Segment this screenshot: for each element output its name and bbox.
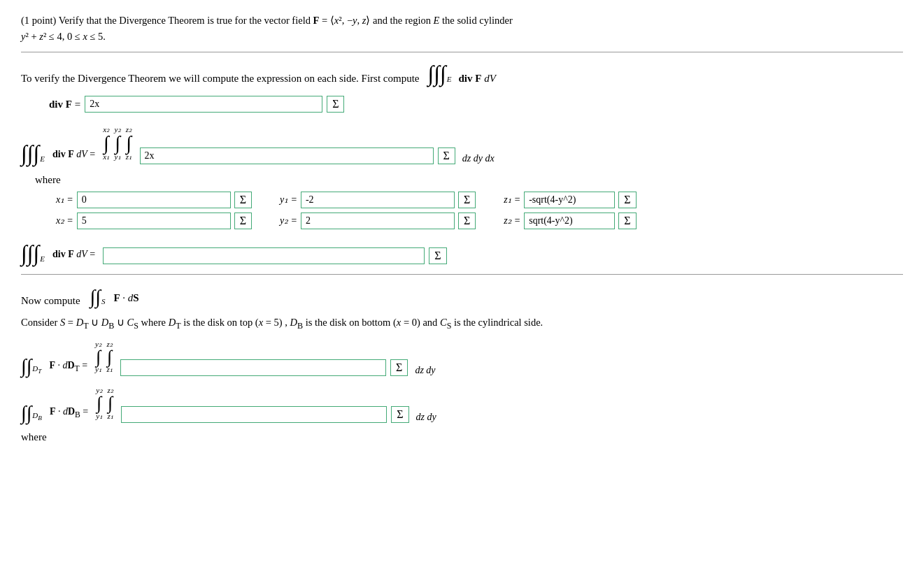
divider-1 — [21, 52, 903, 52]
y2-input[interactable]: 2 — [301, 213, 455, 229]
surface-integral-label: F · dS — [113, 292, 138, 304]
int-x: x₂ ∫ x₁ — [103, 125, 109, 161]
DT-dz-dy-label: dz dy — [415, 365, 435, 376]
DT-int-y: y₂ ∫ y₁ — [95, 340, 101, 374]
now-compute-label: Now compute — [21, 295, 80, 307]
final-triple-sigma-button[interactable]: Σ — [429, 247, 446, 264]
DB-int-y: y₂ ∫ y₁ — [96, 386, 102, 420]
consider-text: Consider S = DT ∪ DB ∪ CS where DT is th… — [21, 314, 903, 333]
problem-statement: (1 point) Verify that the Divergence The… — [21, 13, 903, 45]
y2-sigma-button[interactable]: Σ — [458, 213, 476, 229]
triple-integral-symbol: ∫∫∫ E — [427, 62, 451, 85]
div-F-dV-label: div F dV — [459, 73, 496, 85]
x1-label: x₁ = — [56, 194, 73, 206]
divF-sigma-button[interactable]: Σ — [327, 96, 344, 113]
divF-label: div F = — [49, 99, 80, 110]
intro-text: To verify the Divergence Theorem we will… — [21, 73, 419, 85]
where-label: where — [35, 174, 903, 186]
integrand-input[interactable]: 2x — [140, 147, 434, 164]
where-bottom-label: where — [21, 431, 903, 443]
integrand-sigma-button[interactable]: Σ — [438, 147, 455, 164]
DT-sigma-button[interactable]: Σ — [390, 359, 408, 376]
z1-sigma-button[interactable]: Σ — [618, 192, 636, 208]
final-divF-dV-eq: div F dV = — [52, 249, 95, 260]
z1-label: z₁ = — [504, 194, 520, 206]
DB-int-z: z₂ ∫ z₁ — [108, 386, 114, 420]
z2-sigma-button[interactable]: Σ — [618, 213, 636, 229]
y1-sigma-button[interactable]: Σ — [458, 192, 476, 208]
final-triple-lhs: ∫∫∫ E — [21, 242, 45, 264]
DB-sigma-button[interactable]: Σ — [391, 406, 408, 423]
lhs-triple-int: ∫∫∫ E — [21, 142, 45, 164]
z1-input[interactable]: -sqrt(4-y^2) — [524, 192, 615, 208]
DT-integrand-input[interactable] — [120, 359, 386, 376]
DT-int-z: z₂ ∫ z₁ — [106, 340, 113, 374]
z2-input[interactable]: sqrt(4-y^2) — [524, 213, 615, 229]
problem-prefix: (1 point) Verify that the Divergence The… — [21, 15, 513, 26]
z2-label: z₂ = — [504, 215, 520, 226]
divF-dV-eq: div F dV = — [52, 149, 95, 160]
double-int-DT-symbol: ∫∫ DT — [21, 357, 41, 376]
DB-dz-dy-label: dz dy — [416, 412, 436, 423]
x2-input[interactable]: 5 — [77, 213, 231, 229]
x1-sigma-button[interactable]: Σ — [234, 192, 252, 208]
x2-label: x₂ = — [56, 215, 73, 226]
y1-input[interactable]: -2 — [301, 192, 455, 208]
double-int-DB-symbol: ∫∫ DB — [21, 403, 42, 423]
int-z: z₂ ∫ z₁ — [126, 125, 132, 161]
x1-input[interactable]: 0 — [77, 192, 231, 208]
FdDT-label: F · dDT = — [49, 360, 87, 373]
int-y: y₂ ∫ y₁ — [115, 125, 121, 161]
FdDB-label: F · dDB = — [50, 406, 88, 419]
double-int-S-symbol: ∫∫ S — [90, 287, 106, 307]
problem-condition: y² + z² ≤ 4, 0 ≤ x ≤ 5. — [21, 31, 106, 42]
y2-label: y₂ = — [280, 215, 297, 226]
divF-input[interactable]: 2x — [85, 96, 322, 113]
y1-label: y₁ = — [280, 194, 297, 206]
x2-sigma-button[interactable]: Σ — [234, 213, 252, 229]
dz-dy-dx-label: dz dy dx — [462, 153, 495, 164]
divider-2 — [21, 274, 903, 275]
final-triple-input[interactable] — [103, 247, 425, 264]
DB-integrand-input[interactable] — [121, 406, 387, 423]
